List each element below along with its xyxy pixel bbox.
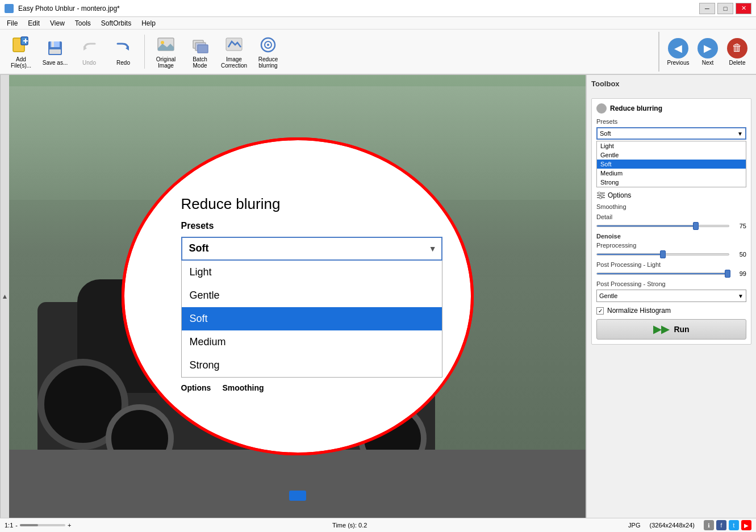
post-light-slider-row: 99	[596, 270, 746, 277]
detail-slider-thumb[interactable]	[693, 222, 699, 230]
post-light-slider-thumb[interactable]	[725, 270, 730, 278]
menu-file[interactable]: File	[2, 17, 22, 30]
redo-button[interactable]: Redo	[107, 32, 140, 72]
info-icon[interactable]: ℹ	[704, 520, 714, 530]
previous-icon: ◀	[668, 38, 688, 58]
delete-icon: 🗑	[727, 38, 747, 58]
options-icon-tb	[596, 191, 605, 200]
preprocessing-value-tb: 50	[733, 251, 746, 258]
run-button[interactable]: ▶▶ Run	[596, 319, 746, 340]
scroll-indicator	[289, 491, 306, 501]
add-file-label: Add File(s)...	[7, 56, 35, 69]
reduce-section-title: Reduce blurring	[610, 104, 662, 112]
svg-rect-14	[198, 45, 208, 53]
tb-option-medium[interactable]: Medium	[597, 169, 746, 178]
batch-mode-icon	[190, 35, 210, 55]
original-image-icon	[156, 35, 176, 55]
menu-edit[interactable]: Edit	[23, 17, 44, 30]
reduce-blurring-icon	[258, 35, 278, 55]
option-medium[interactable]: Medium	[182, 330, 442, 354]
save-as-icon	[45, 38, 65, 58]
normalize-label-tb: Normalize Histogram	[607, 307, 671, 315]
tb-option-light[interactable]: Light	[597, 141, 746, 150]
detail-value-tb: 75	[733, 223, 746, 229]
options-row-tb: Options	[596, 191, 746, 200]
zoom-dropdown-arrow: ▼	[429, 244, 437, 253]
menu-help[interactable]: Help	[137, 17, 160, 30]
options-label-zoom: Options	[181, 383, 211, 392]
redo-icon	[113, 38, 133, 58]
tb-option-gentle[interactable]: Gentle	[597, 150, 746, 160]
presets-label-tb: Presets	[596, 118, 746, 125]
detail-slider-fill	[597, 225, 696, 227]
option-strong[interactable]: Strong	[182, 354, 442, 377]
reduce-blurring-label: Reduce blurring	[254, 56, 282, 69]
reduce-section-icon	[596, 103, 607, 114]
next-icon: ▶	[697, 38, 718, 58]
run-label: Run	[674, 325, 689, 334]
facebook-icon[interactable]: f	[716, 520, 726, 530]
presets-dropdown-list-tb: Light Gentle Soft Medium Strong	[596, 141, 746, 187]
image-correction-button[interactable]: Image Correction	[218, 32, 250, 72]
previous-button[interactable]: ◀ Previous	[664, 32, 692, 72]
original-image-button[interactable]: Original Image	[149, 32, 182, 72]
option-light[interactable]: Light	[182, 261, 442, 284]
presets-selected-tb: Soft	[600, 130, 611, 137]
add-file-button[interactable]: Add File(s)...	[5, 32, 37, 72]
zoom-plus-icon[interactable]: +	[68, 522, 71, 529]
zoom-slider[interactable]	[20, 524, 65, 526]
zoom-select-box[interactable]: Soft ▼	[181, 237, 442, 261]
maximize-button[interactable]: □	[717, 3, 733, 14]
detail-label-tb: Detail	[596, 213, 746, 220]
next-label: Next	[702, 60, 714, 66]
svg-rect-6	[52, 41, 54, 47]
close-button[interactable]: ✕	[736, 3, 751, 14]
image-correction-icon	[224, 35, 244, 55]
reduce-blurring-button[interactable]: Reduce blurring	[252, 32, 285, 72]
tb-option-strong[interactable]: Strong	[597, 178, 746, 187]
twitter-icon[interactable]: t	[729, 520, 739, 530]
app-icon	[5, 4, 14, 13]
toolbox-title: Toolbox	[591, 79, 620, 88]
menu-softorbits[interactable]: SoftOrbits	[97, 17, 136, 30]
normalize-row-tb: ✓ Normalize Histogram	[596, 307, 746, 315]
menu-view[interactable]: View	[45, 17, 69, 30]
svg-point-22	[598, 192, 600, 194]
post-strong-select-tb[interactable]: Gentle ▼	[596, 290, 746, 302]
smoothing-row-tb: Smoothing	[596, 203, 746, 210]
normalize-checkbox-tb[interactable]: ✓	[596, 307, 604, 315]
post-light-value-tb: 99	[733, 270, 746, 277]
minimize-button[interactable]: ─	[699, 3, 715, 14]
preprocessing-slider-thumb[interactable]	[660, 250, 666, 258]
delete-button[interactable]: 🗑 Delete	[723, 32, 751, 72]
undo-button[interactable]: Undo	[73, 32, 106, 72]
option-gentle[interactable]: Gentle	[182, 284, 442, 307]
next-button[interactable]: ▶ Next	[694, 32, 722, 72]
zoom-indicator: 1:1 - +	[5, 522, 71, 529]
run-icon: ▶▶	[653, 323, 669, 336]
youtube-icon[interactable]: ▶	[741, 520, 751, 530]
zoom-options-list: Light Gentle Soft Medium Strong	[181, 261, 442, 378]
options-label-tb: Options	[608, 191, 631, 199]
save-as-button[interactable]: Save as...	[39, 32, 72, 72]
toolbox-section-header: Reduce blurring	[596, 103, 746, 114]
option-soft[interactable]: Soft	[182, 307, 442, 330]
status-right: JPG (3264x2448x24) ℹ f t ▶	[628, 520, 751, 530]
presets-select-tb[interactable]: Soft ▼	[596, 127, 746, 140]
zoom-minus-icon[interactable]: -	[15, 522, 18, 529]
smoothing-label-zoom: Smoothing	[222, 383, 264, 392]
zoom-panel-title: Reduce bluring	[181, 195, 442, 213]
menu-tools[interactable]: Tools	[70, 17, 95, 30]
toolbox: Toolbox Reduce blurring Presets Soft ▼ L…	[586, 75, 756, 518]
panel-toggle-left[interactable]: ▲	[0, 75, 9, 518]
smoothing-label-tb: Smoothing	[596, 203, 630, 210]
preprocessing-slider[interactable]	[596, 253, 729, 255]
post-light-slider[interactable]	[596, 273, 729, 275]
undo-icon	[79, 38, 99, 58]
detail-slider[interactable]	[596, 225, 729, 227]
previous-label: Previous	[667, 60, 690, 66]
batch-mode-button[interactable]: Batch Mode	[183, 32, 216, 72]
preprocessing-slider-row: 50	[596, 251, 746, 258]
tb-option-soft[interactable]: Soft	[597, 160, 746, 169]
zoom-level: 1:1	[5, 522, 13, 529]
